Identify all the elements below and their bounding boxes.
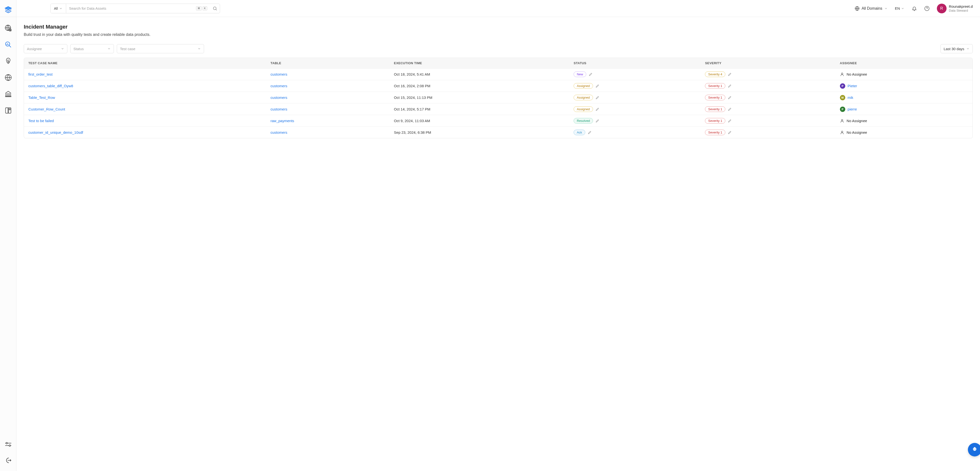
nav-quality-icon[interactable] bbox=[2, 39, 14, 50]
test-case-link[interactable]: Table_Test_Row bbox=[29, 95, 55, 100]
test-case-link[interactable]: customer_id_unique_demo_10sdf bbox=[29, 130, 83, 134]
svg-point-14 bbox=[974, 449, 974, 449]
edit-icon bbox=[728, 119, 732, 123]
svg-point-11 bbox=[842, 119, 843, 121]
person-icon bbox=[840, 72, 844, 76]
person-icon bbox=[840, 130, 844, 135]
assignee-avatar: P bbox=[840, 107, 845, 112]
col-table[interactable]: TABLE bbox=[266, 58, 390, 68]
globe-icon bbox=[855, 6, 859, 11]
chevron-down-icon bbox=[61, 47, 64, 50]
table-row: first_order_testcustomersOct 18, 2024, 5… bbox=[24, 68, 972, 80]
col-exec[interactable]: EXECUTION TIME bbox=[390, 58, 570, 68]
assignee-avatar: M bbox=[840, 95, 845, 100]
edit-status-button[interactable] bbox=[595, 119, 599, 123]
nav-settings-icon[interactable] bbox=[2, 439, 14, 450]
edit-status-button[interactable] bbox=[595, 96, 599, 100]
nav-governance-icon[interactable] bbox=[2, 88, 14, 100]
svg-point-13 bbox=[973, 447, 976, 451]
notifications-button[interactable] bbox=[912, 6, 917, 11]
help-button[interactable] bbox=[924, 6, 930, 11]
execution-time: Oct 14, 2024, 5:17 PM bbox=[390, 103, 570, 115]
edit-severity-button[interactable] bbox=[728, 72, 732, 76]
table-link[interactable]: customers bbox=[270, 107, 287, 111]
nav-glossary-icon[interactable] bbox=[2, 105, 14, 116]
search-input[interactable] bbox=[69, 6, 193, 10]
filter-assignee[interactable]: Assignee bbox=[24, 44, 67, 53]
execution-time: Oct 18, 2024, 5:41 AM bbox=[390, 68, 570, 80]
assignee-name[interactable]: pierre bbox=[848, 107, 857, 111]
topbar: All ⌘ K All Domains bbox=[16, 0, 980, 17]
severity-badge: Severity 4 bbox=[705, 72, 725, 77]
status-badge: Resolved bbox=[574, 118, 593, 124]
chat-icon bbox=[971, 446, 978, 453]
nav-logout-icon[interactable] bbox=[2, 455, 14, 466]
edit-icon bbox=[728, 72, 732, 76]
person-icon bbox=[840, 119, 844, 123]
chevron-down-icon bbox=[107, 47, 111, 50]
user-name: Rounakpreet.d bbox=[949, 4, 973, 9]
date-range-select[interactable]: Last 30 days bbox=[940, 44, 973, 53]
status-badge: Ack bbox=[574, 130, 585, 135]
severity-badge: Severity 1 bbox=[705, 118, 725, 124]
chevron-down-icon bbox=[966, 47, 970, 50]
filter-testcase[interactable]: Test case bbox=[117, 44, 204, 53]
edit-severity-button[interactable] bbox=[728, 119, 732, 123]
chevron-down-icon bbox=[59, 7, 62, 10]
edit-severity-button[interactable] bbox=[728, 96, 732, 100]
edit-severity-button[interactable] bbox=[728, 107, 732, 111]
search-icon bbox=[213, 6, 217, 11]
nav-insights-icon[interactable] bbox=[2, 55, 14, 67]
execution-time: Oct 15, 2024, 11:13 PM bbox=[390, 92, 570, 103]
filter-status[interactable]: Status bbox=[70, 44, 114, 53]
svg-point-12 bbox=[842, 131, 843, 132]
table-link[interactable]: customers bbox=[270, 95, 287, 100]
test-case-link[interactable]: customers_table_diff_Oyw8 bbox=[29, 84, 73, 88]
user-menu[interactable]: R Rounakpreet.d Data Steward bbox=[937, 4, 973, 13]
status-badge: New bbox=[574, 72, 586, 77]
edit-icon bbox=[728, 84, 732, 88]
edit-severity-button[interactable] bbox=[728, 84, 732, 88]
nav-domains-icon[interactable] bbox=[2, 72, 14, 83]
edit-severity-button[interactable] bbox=[728, 130, 732, 134]
table-link[interactable]: raw_payments bbox=[270, 119, 294, 123]
table-link[interactable]: customers bbox=[270, 84, 287, 88]
search-scope-select[interactable]: All bbox=[51, 4, 66, 13]
domain-selector[interactable]: All Domains bbox=[855, 6, 888, 11]
edit-icon bbox=[595, 84, 599, 88]
col-assignee[interactable]: ASSIGNEE bbox=[835, 58, 972, 68]
test-case-link[interactable]: Test to be failed bbox=[29, 119, 54, 123]
table-link[interactable]: customers bbox=[270, 130, 287, 134]
chat-widget[interactable] bbox=[968, 443, 980, 457]
col-status[interactable]: STATUS bbox=[569, 58, 701, 68]
col-name[interactable]: TEST CASE NAME bbox=[24, 58, 266, 68]
table-link[interactable]: customers bbox=[270, 72, 287, 76]
edit-icon bbox=[595, 107, 599, 111]
col-severity[interactable]: SEVERITY bbox=[701, 58, 835, 68]
language-selector[interactable]: EN bbox=[895, 6, 904, 10]
edit-status-button[interactable] bbox=[595, 107, 599, 111]
assignee-avatar: P bbox=[840, 83, 845, 89]
svg-point-5 bbox=[6, 442, 7, 444]
search-group: All ⌘ K bbox=[50, 4, 220, 13]
test-case-link[interactable]: Customer_Row_Count bbox=[29, 107, 65, 111]
logo[interactable] bbox=[0, 2, 16, 17]
edit-status-button[interactable] bbox=[588, 130, 592, 134]
nav-explore-icon[interactable] bbox=[2, 22, 14, 34]
execution-time: Oct 16, 2024, 2:08 PM bbox=[390, 80, 570, 92]
edit-status-button[interactable] bbox=[595, 84, 599, 88]
search-button[interactable] bbox=[210, 4, 220, 13]
test-case-link[interactable]: first_order_test bbox=[29, 72, 52, 76]
search-scope-label: All bbox=[54, 6, 58, 10]
person-icon bbox=[840, 119, 844, 123]
assignee-name[interactable]: mik bbox=[848, 95, 853, 100]
incidents-table: TEST CASE NAME TABLE EXECUTION TIME STAT… bbox=[24, 58, 973, 138]
table-row: Test to be failedraw_paymentsOct 9, 2024… bbox=[24, 115, 972, 127]
edit-icon bbox=[589, 72, 592, 76]
edit-status-button[interactable] bbox=[589, 72, 592, 76]
table-row: Table_Test_RowcustomersOct 15, 2024, 11:… bbox=[24, 92, 972, 103]
status-badge: Assigned bbox=[574, 107, 593, 112]
assignee-name[interactable]: Pieter bbox=[848, 84, 857, 88]
edit-icon bbox=[728, 96, 732, 100]
page-title: Incident Manager bbox=[24, 24, 973, 30]
